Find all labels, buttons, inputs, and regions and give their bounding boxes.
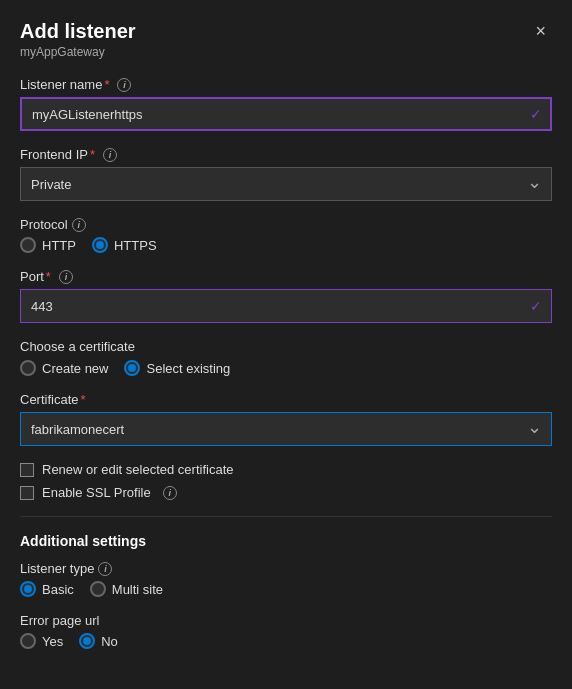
error-page-url-label: Error page url [20,613,552,628]
error-page-url-radio-group: Yes No [20,633,552,649]
renew-certificate-label: Renew or edit selected certificate [42,462,233,477]
protocol-http-label: HTTP [42,238,76,253]
error-page-yes-option[interactable]: Yes [20,633,63,649]
create-new-option[interactable]: Create new [20,360,108,376]
add-listener-panel: Add listener myAppGateway × Listener nam… [0,0,572,689]
frontend-ip-info-icon[interactable]: i [103,148,117,162]
certificate-label: Certificate * [20,392,552,407]
required-indicator: * [81,392,86,407]
additional-settings-heading: Additional settings [20,533,552,549]
protocol-https-option[interactable]: HTTPS [92,237,157,253]
multi-site-label: Multi site [112,582,163,597]
listener-name-info-icon[interactable]: i [117,78,131,92]
protocol-https-label: HTTPS [114,238,157,253]
multi-site-radio[interactable] [90,581,106,597]
choose-certificate-field: Choose a certificate Create new Select e… [20,339,552,376]
create-new-radio[interactable] [20,360,36,376]
close-button[interactable]: × [529,20,552,42]
listener-name-label: Listener name * i [20,77,552,92]
frontend-ip-select[interactable]: Private Public [20,167,552,201]
listener-type-label: Listener type i [20,561,552,576]
basic-option[interactable]: Basic [20,581,74,597]
error-page-yes-radio[interactable] [20,633,36,649]
ssl-profile-checkbox[interactable] [20,486,34,500]
certificate-field: Certificate * fabrikamonecert [20,392,552,446]
listener-type-radio-group: Basic Multi site [20,581,552,597]
error-page-no-option[interactable]: No [79,633,118,649]
ssl-profile-info-icon[interactable]: i [163,486,177,500]
port-field: Port * i 443 ✓ [20,269,552,323]
certificate-choice-radio-group: Create new Select existing [20,360,552,376]
port-label: Port * i [20,269,552,284]
multi-site-option[interactable]: Multi site [90,581,163,597]
select-existing-radio[interactable] [124,360,140,376]
required-indicator: * [46,269,51,284]
error-page-no-label: No [101,634,118,649]
section-divider [20,516,552,517]
port-info-icon[interactable]: i [59,270,73,284]
panel-content: Listener name * i ✓ Frontend IP * i Priv… [0,69,572,685]
protocol-http-option[interactable]: HTTP [20,237,76,253]
basic-radio[interactable] [20,581,36,597]
listener-name-input[interactable] [20,97,552,131]
required-indicator: * [104,77,109,92]
panel-title: Add listener [20,20,136,43]
listener-name-field: Listener name * i ✓ [20,77,552,131]
panel-header: Add listener myAppGateway × [0,0,572,69]
renew-certificate-checkbox-group: Renew or edit selected certificate [20,462,552,477]
port-input-wrapper: 443 ✓ [20,289,552,323]
select-existing-label: Select existing [146,361,230,376]
listener-type-field: Listener type i Basic Multi site [20,561,552,597]
protocol-field: Protocol i HTTP HTTPS [20,217,552,253]
listener-type-info-icon[interactable]: i [98,562,112,576]
renew-certificate-checkbox[interactable] [20,463,34,477]
frontend-ip-field: Frontend IP * i Private Public [20,147,552,201]
choose-certificate-label: Choose a certificate [20,339,552,354]
error-page-yes-label: Yes [42,634,63,649]
certificate-select-wrapper: fabrikamonecert [20,412,552,446]
panel-subtitle: myAppGateway [20,45,136,59]
panel-title-group: Add listener myAppGateway [20,20,136,59]
select-existing-option[interactable]: Select existing [124,360,230,376]
basic-label: Basic [42,582,74,597]
protocol-http-radio[interactable] [20,237,36,253]
protocol-label: Protocol i [20,217,552,232]
protocol-info-icon[interactable]: i [72,218,86,232]
frontend-ip-label: Frontend IP * i [20,147,552,162]
ssl-profile-label: Enable SSL Profile [42,485,151,500]
listener-name-input-wrapper: ✓ [20,97,552,131]
required-indicator: * [90,147,95,162]
error-page-no-radio[interactable] [79,633,95,649]
port-select[interactable]: 443 [20,289,552,323]
protocol-https-radio[interactable] [92,237,108,253]
error-page-url-field: Error page url Yes No [20,613,552,649]
frontend-ip-select-wrapper: Private Public [20,167,552,201]
create-new-label: Create new [42,361,108,376]
certificate-select[interactable]: fabrikamonecert [20,412,552,446]
ssl-profile-checkbox-group: Enable SSL Profile i [20,485,552,500]
protocol-radio-group: HTTP HTTPS [20,237,552,253]
